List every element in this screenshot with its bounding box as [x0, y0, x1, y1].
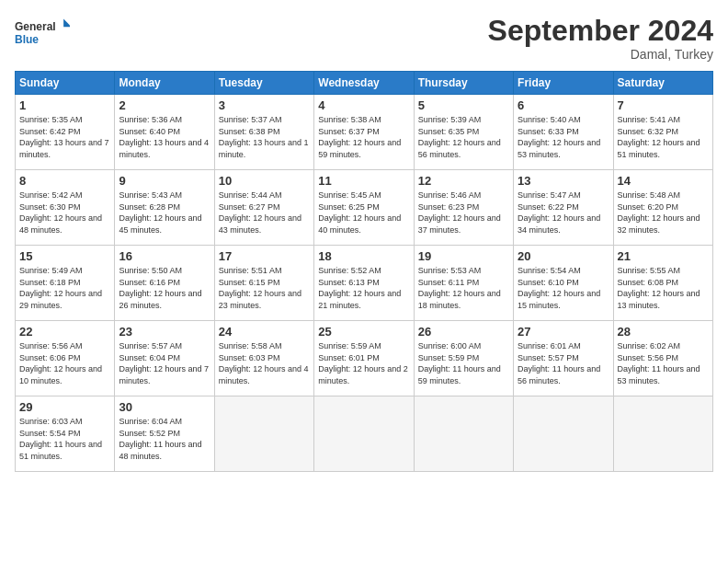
day-number: 7 [618, 98, 709, 112]
day-number: 1 [19, 98, 110, 112]
day-number: 26 [418, 325, 509, 339]
calendar-cell: 16 Sunrise: 5:50 AMSunset: 6:16 PMDaylig… [115, 246, 214, 321]
calendar-cell: 22 Sunrise: 5:56 AMSunset: 6:06 PMDaylig… [16, 321, 115, 396]
day-info: Sunrise: 5:41 AMSunset: 6:32 PMDaylight:… [618, 114, 709, 160]
calendar-table: Sunday Monday Tuesday Wednesday Thursday… [15, 71, 713, 472]
svg-marker-2 [63, 19, 70, 28]
day-number: 30 [119, 400, 210, 414]
month-title: September 2024 [488, 15, 713, 47]
calendar-cell: 20 Sunrise: 5:54 AMSunset: 6:10 PMDaylig… [514, 246, 613, 321]
day-info: Sunrise: 5:45 AMSunset: 6:25 PMDaylight:… [318, 190, 409, 236]
day-number: 12 [418, 174, 509, 188]
day-number: 5 [418, 98, 509, 112]
day-number: 14 [618, 174, 709, 188]
day-info: Sunrise: 5:58 AMSunset: 6:03 PMDaylight:… [219, 340, 310, 386]
calendar-cell: 8 Sunrise: 5:42 AMSunset: 6:30 PMDayligh… [16, 170, 115, 246]
calendar-cell: 4 Sunrise: 5:38 AMSunset: 6:37 PMDayligh… [314, 95, 414, 170]
day-info: Sunrise: 5:43 AMSunset: 6:28 PMDaylight:… [119, 190, 210, 236]
calendar-cell: 19 Sunrise: 5:53 AMSunset: 6:11 PMDaylig… [414, 246, 513, 321]
day-number: 25 [318, 325, 409, 339]
day-number: 10 [219, 174, 310, 188]
col-monday: Monday [115, 72, 214, 95]
table-row: 15 Sunrise: 5:49 AMSunset: 6:18 PMDaylig… [16, 246, 713, 321]
calendar-cell: 27 Sunrise: 6:01 AMSunset: 5:57 PMDaylig… [514, 321, 613, 396]
day-info: Sunrise: 6:03 AMSunset: 5:54 PMDaylight:… [19, 416, 110, 462]
logo-svg: General Blue [15, 15, 70, 52]
day-info: Sunrise: 5:52 AMSunset: 6:13 PMDaylight:… [318, 265, 409, 311]
day-number: 19 [418, 249, 509, 263]
day-info: Sunrise: 5:54 AMSunset: 6:10 PMDaylight:… [518, 265, 609, 311]
calendar-cell: 23 Sunrise: 5:57 AMSunset: 6:04 PMDaylig… [115, 321, 214, 396]
day-number: 15 [19, 249, 110, 263]
calendar-cell [314, 396, 414, 472]
day-info: Sunrise: 5:55 AMSunset: 6:08 PMDaylight:… [618, 265, 709, 311]
table-row: 29 Sunrise: 6:03 AMSunset: 5:54 PMDaylig… [16, 396, 713, 472]
day-info: Sunrise: 5:35 AMSunset: 6:42 PMDaylight:… [19, 114, 110, 160]
day-info: Sunrise: 6:01 AMSunset: 5:57 PMDaylight:… [518, 340, 609, 386]
day-number: 18 [318, 249, 409, 263]
day-number: 13 [518, 174, 609, 188]
calendar-cell: 1 Sunrise: 5:35 AMSunset: 6:42 PMDayligh… [16, 95, 115, 170]
day-number: 8 [19, 174, 110, 188]
day-number: 27 [518, 325, 609, 339]
day-number: 16 [119, 249, 210, 263]
day-number: 28 [618, 325, 709, 339]
day-number: 4 [318, 98, 409, 112]
day-info: Sunrise: 5:48 AMSunset: 6:20 PMDaylight:… [618, 190, 709, 236]
day-number: 9 [119, 174, 210, 188]
calendar-cell: 9 Sunrise: 5:43 AMSunset: 6:28 PMDayligh… [115, 170, 214, 246]
day-info: Sunrise: 5:51 AMSunset: 6:15 PMDaylight:… [219, 265, 310, 311]
day-number: 6 [518, 98, 609, 112]
calendar-cell: 26 Sunrise: 6:00 AMSunset: 5:59 PMDaylig… [414, 321, 513, 396]
day-number: 11 [318, 174, 409, 188]
day-number: 20 [518, 249, 609, 263]
calendar-cell: 7 Sunrise: 5:41 AMSunset: 6:32 PMDayligh… [613, 95, 712, 170]
header: General Blue September 2024 Damal, Turke… [15, 15, 713, 62]
col-thursday: Thursday [414, 72, 513, 95]
day-info: Sunrise: 6:04 AMSunset: 5:52 PMDaylight:… [119, 416, 210, 462]
day-info: Sunrise: 5:39 AMSunset: 6:35 PMDaylight:… [418, 114, 509, 160]
day-info: Sunrise: 5:56 AMSunset: 6:06 PMDaylight:… [19, 340, 110, 386]
col-friday: Friday [514, 72, 613, 95]
calendar-cell: 10 Sunrise: 5:44 AMSunset: 6:27 PMDaylig… [214, 170, 313, 246]
calendar-cell: 30 Sunrise: 6:04 AMSunset: 5:52 PMDaylig… [115, 396, 214, 472]
day-info: Sunrise: 5:38 AMSunset: 6:37 PMDaylight:… [318, 114, 409, 160]
day-info: Sunrise: 5:59 AMSunset: 6:01 PMDaylight:… [318, 340, 409, 386]
calendar-cell: 14 Sunrise: 5:48 AMSunset: 6:20 PMDaylig… [613, 170, 712, 246]
day-info: Sunrise: 5:53 AMSunset: 6:11 PMDaylight:… [418, 265, 509, 311]
day-info: Sunrise: 5:47 AMSunset: 6:22 PMDaylight:… [518, 190, 609, 236]
day-number: 22 [19, 325, 110, 339]
title-block: September 2024 Damal, Turkey [488, 15, 713, 62]
calendar-cell: 12 Sunrise: 5:46 AMSunset: 6:23 PMDaylig… [414, 170, 513, 246]
calendar-cell: 5 Sunrise: 5:39 AMSunset: 6:35 PMDayligh… [414, 95, 513, 170]
table-row: 1 Sunrise: 5:35 AMSunset: 6:42 PMDayligh… [16, 95, 713, 170]
col-tuesday: Tuesday [214, 72, 313, 95]
table-row: 8 Sunrise: 5:42 AMSunset: 6:30 PMDayligh… [16, 170, 713, 246]
day-number: 23 [119, 325, 210, 339]
day-info: Sunrise: 5:44 AMSunset: 6:27 PMDaylight:… [219, 190, 310, 236]
col-sunday: Sunday [16, 72, 115, 95]
day-info: Sunrise: 6:02 AMSunset: 5:56 PMDaylight:… [618, 340, 709, 386]
calendar-cell: 2 Sunrise: 5:36 AMSunset: 6:40 PMDayligh… [115, 95, 214, 170]
logo: General Blue [15, 15, 70, 52]
day-info: Sunrise: 5:36 AMSunset: 6:40 PMDaylight:… [119, 114, 210, 160]
table-row: 22 Sunrise: 5:56 AMSunset: 6:06 PMDaylig… [16, 321, 713, 396]
calendar-cell: 6 Sunrise: 5:40 AMSunset: 6:33 PMDayligh… [514, 95, 613, 170]
day-number: 2 [119, 98, 210, 112]
subtitle: Damal, Turkey [488, 47, 713, 62]
day-number: 29 [19, 400, 110, 414]
calendar-cell: 3 Sunrise: 5:37 AMSunset: 6:38 PMDayligh… [214, 95, 313, 170]
col-saturday: Saturday [613, 72, 712, 95]
day-info: Sunrise: 5:46 AMSunset: 6:23 PMDaylight:… [418, 190, 509, 236]
calendar-cell [514, 396, 613, 472]
calendar-cell: 13 Sunrise: 5:47 AMSunset: 6:22 PMDaylig… [514, 170, 613, 246]
calendar-cell: 25 Sunrise: 5:59 AMSunset: 6:01 PMDaylig… [314, 321, 414, 396]
calendar-cell [414, 396, 513, 472]
calendar-cell: 17 Sunrise: 5:51 AMSunset: 6:15 PMDaylig… [214, 246, 313, 321]
calendar-cell [214, 396, 313, 472]
svg-text:General: General [15, 20, 56, 33]
day-info: Sunrise: 5:57 AMSunset: 6:04 PMDaylight:… [119, 340, 210, 386]
day-info: Sunrise: 5:49 AMSunset: 6:18 PMDaylight:… [19, 265, 110, 311]
day-number: 21 [618, 249, 709, 263]
col-wednesday: Wednesday [314, 72, 414, 95]
